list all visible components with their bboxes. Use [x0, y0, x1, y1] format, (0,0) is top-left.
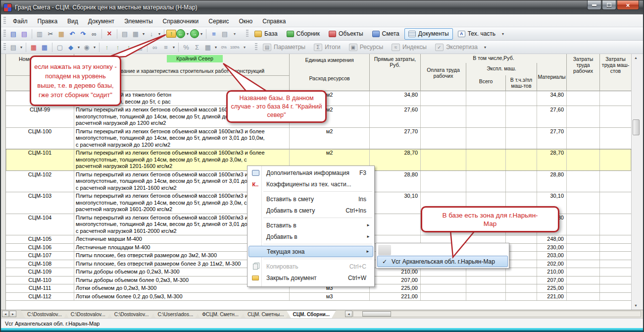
dropdown-arrow-icon[interactable]: ▾ [500, 29, 505, 39]
back-icon[interactable]: ← [176, 29, 185, 38]
edit-doc-icon[interactable]: ▤ [219, 29, 230, 39]
export-icon[interactable]: ▤ [8, 42, 19, 53]
menu-item-insert-into[interactable]: Вставить в ► [248, 220, 373, 231]
document-tab[interactable]: C:\Dostovalov... [108, 310, 155, 318]
restore-button[interactable] [602, 0, 616, 10]
separator[interactable] [206, 29, 206, 39]
dropdown-arrow-icon[interactable]: ▾ [171, 42, 176, 53]
scroll-down-icon[interactable]: ▼ [632, 302, 640, 310]
separator[interactable] [99, 43, 99, 52]
table-row[interactable]: СЦМ-112 Лотки объемом более 0,2 до 0,5м3… [6, 293, 631, 301]
menu-item[interactable]: Вид [62, 16, 83, 27]
paste-icon[interactable]: ▦ [56, 29, 67, 39]
title-bar[interactable]: Гранд Смета - СЦМ. Сборник цен на местны… [1, 0, 643, 14]
tabs-scroll-right-icon[interactable]: ► [9, 311, 16, 317]
menu-item-current-zone[interactable]: Текущая зона ► [248, 246, 373, 257]
separator[interactable] [101, 29, 102, 39]
add-row-icon[interactable]: ↑ [112, 42, 123, 53]
dropdown-arrow-icon[interactable]: ▾ [185, 29, 190, 39]
copy-icon[interactable]: ▥ [34, 29, 45, 39]
submenu-blank-item[interactable] [377, 244, 508, 256]
separator[interactable] [52, 43, 52, 52]
zero-percent-icon[interactable]: 0% [218, 42, 229, 53]
menu-item[interactable]: Документ [83, 16, 119, 27]
menu-item[interactable]: Сервис [203, 16, 234, 27]
document-tab[interactable]: ФСЦМ. Сметн... [196, 310, 245, 318]
dropdown-arrow-icon[interactable]: ▾ [19, 42, 24, 53]
menu-item-insert-to-estimate[interactable]: Вставить в смету Ins [248, 193, 373, 205]
overflow-chevron-icon[interactable]: ▾ [231, 29, 238, 39]
save-all-icon[interactable]: ▤ [19, 29, 30, 39]
table-view-icon[interactable]: ▦ [130, 29, 141, 39]
menu-item-close-document[interactable]: Закрыть документ Ctrl+W [248, 272, 373, 283]
nav-sbornik-button[interactable]: Сборник [283, 28, 324, 40]
horizontal-scrollbar[interactable] [353, 311, 641, 317]
sum-icon[interactable]: Σ [192, 42, 202, 53]
separator[interactable] [147, 43, 148, 52]
menu-item-coefficients[interactable]: К.. Коэффициенты из тех. части... [248, 178, 373, 190]
overflow-chevron-icon[interactable]: ▾ [241, 42, 248, 53]
full-percent-icon[interactable]: 100% [229, 42, 240, 53]
menu-item-additional-info[interactable]: Дополнительная информация F3 [248, 167, 373, 178]
menu-item-copy[interactable]: Копировать Ctrl+C [248, 261, 373, 272]
submenu-item-zone[interactable]: ✓ Vсг Архангельская обл. г.Нарьян-Мар [377, 256, 508, 267]
move-up-icon[interactable]: ↑ [123, 42, 134, 53]
toolbar-grip[interactable] [246, 30, 248, 38]
nav-objects-button[interactable]: Объекты [325, 28, 367, 40]
list-view-icon[interactable]: ≡ [160, 42, 171, 53]
mode-expertise-button[interactable]: ✓Экспертиза [432, 42, 481, 53]
separator[interactable] [32, 29, 32, 39]
undo-icon[interactable]: ↶ [67, 29, 78, 39]
menu-item[interactable]: Справка [257, 16, 291, 27]
menu-item-add-to-estimate[interactable]: Добавить в смету Ctrl+Ins [248, 205, 373, 216]
document-tab[interactable]: C:\Dostovalov... [64, 310, 112, 318]
save-icon[interactable]: ▤ [8, 29, 19, 39]
close-button[interactable]: × [617, 0, 639, 10]
preview-icon[interactable]: ▢ [54, 42, 65, 53]
nav-tech-part-button[interactable]: AТех. часть [454, 28, 499, 40]
mode-parameters-button[interactable]: ▤Параметры [259, 42, 309, 53]
menu-item[interactable]: Правка [33, 16, 63, 27]
document-tab[interactable]: СЦМ. Сборни... [287, 310, 336, 318]
separator[interactable] [26, 43, 26, 52]
document-tab[interactable]: C:\Users\ados... [151, 310, 200, 318]
menu-item[interactable]: Файл [8, 16, 33, 27]
toolbar-grip[interactable] [3, 17, 6, 25]
dropdown-arrow-icon[interactable]: ▾ [141, 29, 146, 39]
scroll-up-icon[interactable]: ▲ [632, 54, 640, 62]
dropdown-arrow-icon[interactable]: ▾ [157, 29, 162, 39]
tabs-scroll-left-icon[interactable]: ◄ [2, 311, 9, 317]
menu-item[interactable]: Окно [234, 16, 257, 27]
sort-icon[interactable]: ↓ [146, 29, 157, 39]
document-tab[interactable]: СЦМ. Сметны... [241, 310, 290, 318]
contact-icon[interactable]: ◉ [81, 42, 92, 53]
percent-icon[interactable]: % [181, 42, 192, 53]
mode-totals-button[interactable]: ΣИтоги [310, 42, 344, 53]
dropdown-arrow-icon[interactable]: ▾ [483, 42, 488, 53]
delete-icon[interactable]: × [104, 29, 115, 39]
search-doc-icon[interactable]: ∞ [149, 42, 160, 53]
minimize-button[interactable] [587, 0, 601, 10]
bookmark-icon[interactable]: ◆ [65, 42, 76, 53]
properties-icon[interactable]: ▤ [119, 29, 130, 39]
scrollbar-thumb[interactable] [633, 119, 640, 135]
calculator-icon[interactable]: ▦ [39, 42, 50, 53]
grand-logo-icon[interactable]: ▦ [28, 42, 39, 53]
redo-icon[interactable]: ↷ [78, 29, 89, 39]
dropdown-arrow-icon[interactable]: ▾ [76, 42, 81, 53]
view-blocks-icon[interactable]: ≡ [208, 29, 219, 39]
mode-indexes-button[interactable]: ≈Индексы [388, 42, 430, 53]
find-icon[interactable]: ∞ [89, 29, 99, 39]
separator[interactable] [178, 43, 179, 52]
separator[interactable] [117, 29, 117, 39]
toolbar-grip[interactable] [3, 43, 6, 51]
cut-icon[interactable]: ✂ [45, 29, 56, 39]
vertical-scrollbar[interactable]: ▲ ▼ [631, 54, 640, 310]
dropdown-arrow-icon[interactable]: ▾ [199, 29, 204, 39]
document-tab[interactable]: C:\Dostovalov... [21, 310, 68, 318]
copy-row-icon[interactable]: ▣ [134, 42, 145, 53]
insert-row-icon[interactable]: ↑ [101, 42, 112, 53]
toolbar-grip[interactable] [3, 30, 6, 38]
hscroll-left-icon[interactable]: ◄ [345, 311, 352, 317]
up-level-folder-icon[interactable]: ↑ [166, 30, 176, 38]
